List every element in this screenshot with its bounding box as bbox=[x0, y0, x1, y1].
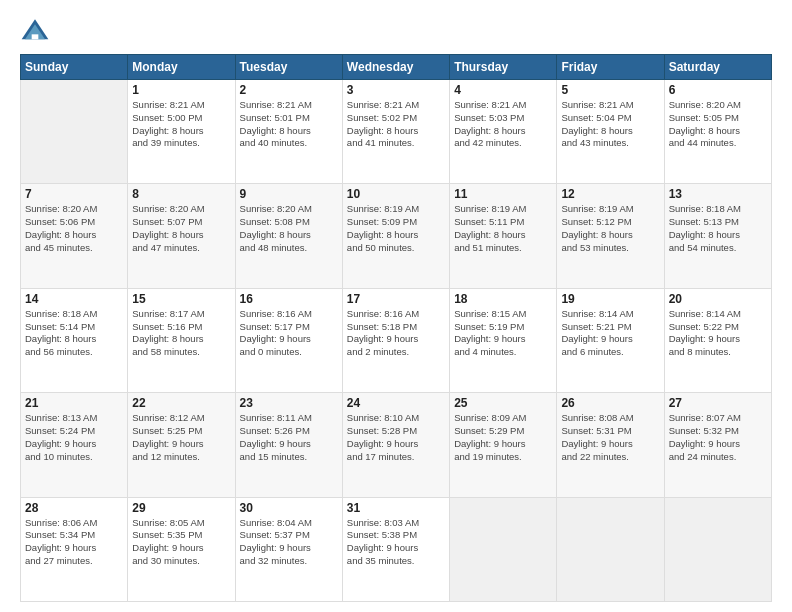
calendar-cell: 21Sunrise: 8:13 AM Sunset: 5:24 PM Dayli… bbox=[21, 393, 128, 497]
day-number: 19 bbox=[561, 292, 659, 306]
day-info: Sunrise: 8:21 AM Sunset: 5:01 PM Dayligh… bbox=[240, 99, 338, 150]
day-number: 14 bbox=[25, 292, 123, 306]
calendar-cell: 31Sunrise: 8:03 AM Sunset: 5:38 PM Dayli… bbox=[342, 497, 449, 601]
day-number: 15 bbox=[132, 292, 230, 306]
day-number: 6 bbox=[669, 83, 767, 97]
page: SundayMondayTuesdayWednesdayThursdayFrid… bbox=[0, 0, 792, 612]
calendar-cell: 1Sunrise: 8:21 AM Sunset: 5:00 PM Daylig… bbox=[128, 80, 235, 184]
day-number: 24 bbox=[347, 396, 445, 410]
calendar-header-saturday: Saturday bbox=[664, 55, 771, 80]
calendar-cell: 27Sunrise: 8:07 AM Sunset: 5:32 PM Dayli… bbox=[664, 393, 771, 497]
calendar-cell: 15Sunrise: 8:17 AM Sunset: 5:16 PM Dayli… bbox=[128, 288, 235, 392]
calendar-header-sunday: Sunday bbox=[21, 55, 128, 80]
calendar-cell: 10Sunrise: 8:19 AM Sunset: 5:09 PM Dayli… bbox=[342, 184, 449, 288]
calendar-week-3: 14Sunrise: 8:18 AM Sunset: 5:14 PM Dayli… bbox=[21, 288, 772, 392]
day-number: 12 bbox=[561, 187, 659, 201]
calendar-cell: 13Sunrise: 8:18 AM Sunset: 5:13 PM Dayli… bbox=[664, 184, 771, 288]
calendar-cell: 28Sunrise: 8:06 AM Sunset: 5:34 PM Dayli… bbox=[21, 497, 128, 601]
day-number: 28 bbox=[25, 501, 123, 515]
calendar-cell: 25Sunrise: 8:09 AM Sunset: 5:29 PM Dayli… bbox=[450, 393, 557, 497]
day-number: 26 bbox=[561, 396, 659, 410]
day-number: 8 bbox=[132, 187, 230, 201]
day-number: 7 bbox=[25, 187, 123, 201]
day-info: Sunrise: 8:05 AM Sunset: 5:35 PM Dayligh… bbox=[132, 517, 230, 568]
calendar-week-2: 7Sunrise: 8:20 AM Sunset: 5:06 PM Daylig… bbox=[21, 184, 772, 288]
calendar-week-5: 28Sunrise: 8:06 AM Sunset: 5:34 PM Dayli… bbox=[21, 497, 772, 601]
day-info: Sunrise: 8:21 AM Sunset: 5:04 PM Dayligh… bbox=[561, 99, 659, 150]
calendar-cell: 2Sunrise: 8:21 AM Sunset: 5:01 PM Daylig… bbox=[235, 80, 342, 184]
calendar-cell: 30Sunrise: 8:04 AM Sunset: 5:37 PM Dayli… bbox=[235, 497, 342, 601]
day-number: 17 bbox=[347, 292, 445, 306]
calendar-cell: 4Sunrise: 8:21 AM Sunset: 5:03 PM Daylig… bbox=[450, 80, 557, 184]
calendar-cell: 5Sunrise: 8:21 AM Sunset: 5:04 PM Daylig… bbox=[557, 80, 664, 184]
day-info: Sunrise: 8:04 AM Sunset: 5:37 PM Dayligh… bbox=[240, 517, 338, 568]
day-info: Sunrise: 8:09 AM Sunset: 5:29 PM Dayligh… bbox=[454, 412, 552, 463]
calendar-cell: 14Sunrise: 8:18 AM Sunset: 5:14 PM Dayli… bbox=[21, 288, 128, 392]
day-number: 21 bbox=[25, 396, 123, 410]
day-info: Sunrise: 8:16 AM Sunset: 5:18 PM Dayligh… bbox=[347, 308, 445, 359]
day-number: 29 bbox=[132, 501, 230, 515]
calendar-cell: 19Sunrise: 8:14 AM Sunset: 5:21 PM Dayli… bbox=[557, 288, 664, 392]
day-info: Sunrise: 8:21 AM Sunset: 5:03 PM Dayligh… bbox=[454, 99, 552, 150]
calendar-cell: 17Sunrise: 8:16 AM Sunset: 5:18 PM Dayli… bbox=[342, 288, 449, 392]
calendar-cell: 9Sunrise: 8:20 AM Sunset: 5:08 PM Daylig… bbox=[235, 184, 342, 288]
calendar-header-friday: Friday bbox=[557, 55, 664, 80]
calendar-cell bbox=[664, 497, 771, 601]
day-info: Sunrise: 8:16 AM Sunset: 5:17 PM Dayligh… bbox=[240, 308, 338, 359]
day-number: 5 bbox=[561, 83, 659, 97]
day-info: Sunrise: 8:19 AM Sunset: 5:11 PM Dayligh… bbox=[454, 203, 552, 254]
day-info: Sunrise: 8:17 AM Sunset: 5:16 PM Dayligh… bbox=[132, 308, 230, 359]
calendar-cell: 20Sunrise: 8:14 AM Sunset: 5:22 PM Dayli… bbox=[664, 288, 771, 392]
calendar-cell: 12Sunrise: 8:19 AM Sunset: 5:12 PM Dayli… bbox=[557, 184, 664, 288]
calendar-cell: 16Sunrise: 8:16 AM Sunset: 5:17 PM Dayli… bbox=[235, 288, 342, 392]
calendar-header-thursday: Thursday bbox=[450, 55, 557, 80]
day-number: 2 bbox=[240, 83, 338, 97]
day-number: 11 bbox=[454, 187, 552, 201]
calendar-header-monday: Monday bbox=[128, 55, 235, 80]
day-info: Sunrise: 8:18 AM Sunset: 5:14 PM Dayligh… bbox=[25, 308, 123, 359]
day-number: 27 bbox=[669, 396, 767, 410]
day-info: Sunrise: 8:14 AM Sunset: 5:22 PM Dayligh… bbox=[669, 308, 767, 359]
day-info: Sunrise: 8:10 AM Sunset: 5:28 PM Dayligh… bbox=[347, 412, 445, 463]
svg-rect-2 bbox=[32, 34, 39, 39]
day-number: 1 bbox=[132, 83, 230, 97]
day-info: Sunrise: 8:13 AM Sunset: 5:24 PM Dayligh… bbox=[25, 412, 123, 463]
day-info: Sunrise: 8:08 AM Sunset: 5:31 PM Dayligh… bbox=[561, 412, 659, 463]
day-number: 25 bbox=[454, 396, 552, 410]
day-info: Sunrise: 8:14 AM Sunset: 5:21 PM Dayligh… bbox=[561, 308, 659, 359]
day-info: Sunrise: 8:07 AM Sunset: 5:32 PM Dayligh… bbox=[669, 412, 767, 463]
day-info: Sunrise: 8:20 AM Sunset: 5:07 PM Dayligh… bbox=[132, 203, 230, 254]
calendar-cell: 6Sunrise: 8:20 AM Sunset: 5:05 PM Daylig… bbox=[664, 80, 771, 184]
calendar-cell bbox=[21, 80, 128, 184]
calendar-cell: 8Sunrise: 8:20 AM Sunset: 5:07 PM Daylig… bbox=[128, 184, 235, 288]
day-number: 23 bbox=[240, 396, 338, 410]
day-number: 20 bbox=[669, 292, 767, 306]
calendar-cell: 24Sunrise: 8:10 AM Sunset: 5:28 PM Dayli… bbox=[342, 393, 449, 497]
calendar-header-row: SundayMondayTuesdayWednesdayThursdayFrid… bbox=[21, 55, 772, 80]
day-info: Sunrise: 8:03 AM Sunset: 5:38 PM Dayligh… bbox=[347, 517, 445, 568]
calendar-cell: 7Sunrise: 8:20 AM Sunset: 5:06 PM Daylig… bbox=[21, 184, 128, 288]
logo bbox=[20, 16, 54, 46]
day-info: Sunrise: 8:06 AM Sunset: 5:34 PM Dayligh… bbox=[25, 517, 123, 568]
calendar-header-tuesday: Tuesday bbox=[235, 55, 342, 80]
calendar-cell: 3Sunrise: 8:21 AM Sunset: 5:02 PM Daylig… bbox=[342, 80, 449, 184]
day-number: 3 bbox=[347, 83, 445, 97]
day-info: Sunrise: 8:20 AM Sunset: 5:05 PM Dayligh… bbox=[669, 99, 767, 150]
calendar-cell: 26Sunrise: 8:08 AM Sunset: 5:31 PM Dayli… bbox=[557, 393, 664, 497]
calendar-cell: 11Sunrise: 8:19 AM Sunset: 5:11 PM Dayli… bbox=[450, 184, 557, 288]
day-info: Sunrise: 8:21 AM Sunset: 5:00 PM Dayligh… bbox=[132, 99, 230, 150]
day-info: Sunrise: 8:19 AM Sunset: 5:09 PM Dayligh… bbox=[347, 203, 445, 254]
calendar-week-4: 21Sunrise: 8:13 AM Sunset: 5:24 PM Dayli… bbox=[21, 393, 772, 497]
calendar-week-1: 1Sunrise: 8:21 AM Sunset: 5:00 PM Daylig… bbox=[21, 80, 772, 184]
day-info: Sunrise: 8:20 AM Sunset: 5:06 PM Dayligh… bbox=[25, 203, 123, 254]
day-info: Sunrise: 8:11 AM Sunset: 5:26 PM Dayligh… bbox=[240, 412, 338, 463]
day-info: Sunrise: 8:15 AM Sunset: 5:19 PM Dayligh… bbox=[454, 308, 552, 359]
day-number: 10 bbox=[347, 187, 445, 201]
calendar-cell: 23Sunrise: 8:11 AM Sunset: 5:26 PM Dayli… bbox=[235, 393, 342, 497]
day-number: 9 bbox=[240, 187, 338, 201]
calendar-cell bbox=[450, 497, 557, 601]
day-number: 4 bbox=[454, 83, 552, 97]
day-info: Sunrise: 8:19 AM Sunset: 5:12 PM Dayligh… bbox=[561, 203, 659, 254]
calendar-cell: 29Sunrise: 8:05 AM Sunset: 5:35 PM Dayli… bbox=[128, 497, 235, 601]
day-number: 22 bbox=[132, 396, 230, 410]
